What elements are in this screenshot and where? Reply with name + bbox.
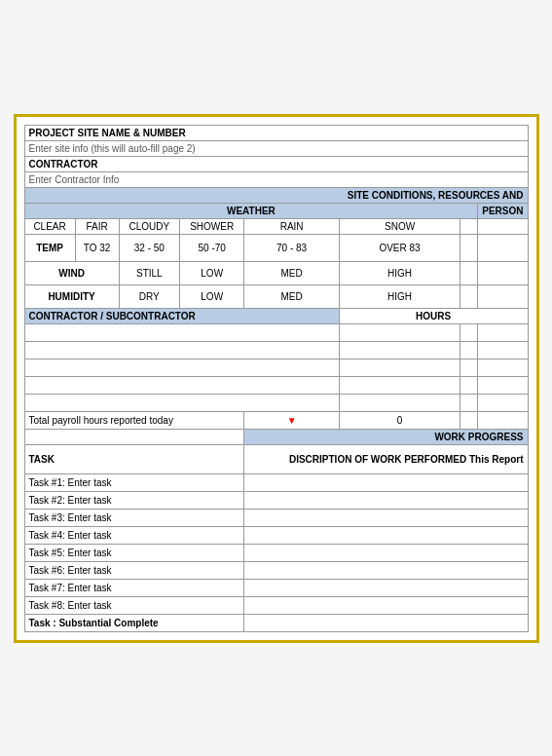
hours-label: HOURS <box>339 308 528 323</box>
task-substantial-desc[interactable] <box>244 614 528 631</box>
hours-entry-3[interactable] <box>339 359 460 376</box>
task-5-label[interactable]: Task #5: Enter task <box>24 544 244 561</box>
task-3-label[interactable]: Task #3: Enter task <box>24 509 244 526</box>
humidity-med: MED <box>244 284 339 308</box>
description-column-header: DISCRIPTION OF WORK PERFORMED This Repor… <box>244 444 528 473</box>
humidity-person-1 <box>460 284 478 308</box>
project-title: PROJECT SITE NAME & NUMBER <box>24 125 528 140</box>
task-2-desc[interactable] <box>244 491 528 509</box>
payroll-col3 <box>478 411 528 429</box>
weather-col-snow: SNOW <box>339 218 460 234</box>
site-info-text[interactable]: Enter site info (this will auto-fill pag… <box>24 140 528 156</box>
humidity-low: LOW <box>179 284 243 308</box>
payroll-value[interactable]: 0 <box>339 411 460 429</box>
task-6-label[interactable]: Task #6: Enter task <box>24 561 244 579</box>
task-4-label[interactable]: Task #4: Enter task <box>24 526 244 544</box>
humidity-high: HIGH <box>339 284 460 308</box>
site-conditions-row: SITE CONDITIONS, RESOURCES AND <box>24 187 528 203</box>
work-progress-spacer <box>24 429 244 444</box>
temp-row: TEMP TO 32 32 - 50 50 -70 70 - 83 OVER 8… <box>24 234 528 261</box>
task-row-2: Task #2: Enter task <box>24 491 528 509</box>
contractor-entry-1[interactable] <box>24 323 339 341</box>
contractor-row-4 <box>24 376 528 394</box>
hours-col3-3 <box>478 359 528 376</box>
work-progress-header-row: WORK PROGRESS <box>24 429 528 444</box>
contractor-row-1 <box>24 323 528 341</box>
payroll-label: Total payroll hours reported today <box>24 411 244 429</box>
weather-header-row: WEATHER PERSON <box>24 203 528 218</box>
hours-col2-4 <box>460 376 478 394</box>
humidity-label: HUMIDITY <box>24 284 119 308</box>
task-1-desc[interactable] <box>244 473 528 491</box>
contractor-label: CONTRACTOR <box>24 156 528 171</box>
task-6-desc[interactable] <box>244 561 528 579</box>
wind-low: LOW <box>179 261 243 284</box>
contractor-info-text[interactable]: Enter Contractor Info <box>24 171 528 187</box>
task-row-4: Task #4: Enter task <box>24 526 528 544</box>
hours-entry-5[interactable] <box>339 394 460 411</box>
wind-still: STILL <box>119 261 179 284</box>
contractor-info-row: Enter Contractor Info <box>24 171 528 187</box>
wind-label: WIND <box>24 261 119 284</box>
main-table: PROJECT SITE NAME & NUMBER Enter site in… <box>24 125 529 632</box>
wind-med: MED <box>244 261 339 284</box>
task-8-label[interactable]: Task #8: Enter task <box>24 596 244 614</box>
task-row-substantial: Task : Substantial Complete <box>24 614 528 631</box>
contractor-entry-5[interactable] <box>24 394 339 411</box>
contractor-row-5 <box>24 394 528 411</box>
task-7-label[interactable]: Task #7: Enter task <box>24 579 244 596</box>
hours-col2-2 <box>460 341 478 359</box>
weather-col-rain: RAIN <box>244 218 339 234</box>
task-row-3: Task #3: Enter task <box>24 509 528 526</box>
task-desc-header-row: TASK DISCRIPTION OF WORK PERFORMED This … <box>24 444 528 473</box>
contractor-entry-2[interactable] <box>24 341 339 359</box>
person-col-2 <box>478 218 528 234</box>
weather-col-shower: SHOWER <box>179 218 243 234</box>
task-1-label[interactable]: Task #1: Enter task <box>24 473 244 491</box>
task-row-7: Task #7: Enter task <box>24 579 528 596</box>
weather-col-cloudy: CLOUDY <box>119 218 179 234</box>
task-7-desc[interactable] <box>244 579 528 596</box>
task-3-desc[interactable] <box>244 509 528 526</box>
weather-columns-row: CLEAR FAIR CLOUDY SHOWER RAIN SNOW <box>24 218 528 234</box>
wind-person-1 <box>460 261 478 284</box>
task-2-label[interactable]: Task #2: Enter task <box>24 491 244 509</box>
humidity-dry: DRY <box>119 284 179 308</box>
contractor-entry-3[interactable] <box>24 359 339 376</box>
hours-entry-2[interactable] <box>339 341 460 359</box>
contractor-entry-4[interactable] <box>24 376 339 394</box>
hours-col2-1 <box>460 323 478 341</box>
contractor-sub-header-row: CONTRACTOR / SUBCONTRACTOR HOURS <box>24 308 528 323</box>
task-4-desc[interactable] <box>244 526 528 544</box>
hours-entry-4[interactable] <box>339 376 460 394</box>
hours-col3-1 <box>478 323 528 341</box>
contractor-row-3 <box>24 359 528 376</box>
temp-label: TEMP <box>24 234 75 261</box>
payroll-row: Total payroll hours reported today ▼ 0 <box>24 411 528 429</box>
hours-col3-4 <box>478 376 528 394</box>
hours-entry-1[interactable] <box>339 323 460 341</box>
payroll-arrow: ▼ <box>244 411 339 429</box>
hours-col3-2 <box>478 341 528 359</box>
temp-range-1: 32 - 50 <box>119 234 179 261</box>
payroll-col2 <box>460 411 478 429</box>
hours-col2-3 <box>460 359 478 376</box>
humidity-person-2 <box>478 284 528 308</box>
task-8-desc[interactable] <box>244 596 528 614</box>
weather-header: WEATHER <box>24 203 478 218</box>
site-info-row: Enter site info (this will auto-fill pag… <box>24 140 528 156</box>
temp-range-2: 50 -70 <box>179 234 243 261</box>
temp-range-3: 70 - 83 <box>244 234 339 261</box>
task-substantial-label[interactable]: Task : Substantial Complete <box>24 614 244 631</box>
task-row-1: Task #1: Enter task <box>24 473 528 491</box>
weather-col-clear: CLEAR <box>24 218 75 234</box>
weather-col-fair: FAIR <box>75 218 119 234</box>
project-title-row: PROJECT SITE NAME & NUMBER <box>24 125 528 140</box>
task-row-6: Task #6: Enter task <box>24 561 528 579</box>
task-5-desc[interactable] <box>244 544 528 561</box>
temp-person-2 <box>478 234 528 261</box>
site-conditions-header: SITE CONDITIONS, RESOURCES AND <box>24 187 528 203</box>
wind-person-2 <box>478 261 528 284</box>
wind-high: HIGH <box>339 261 460 284</box>
work-progress-header: WORK PROGRESS <box>244 429 528 444</box>
